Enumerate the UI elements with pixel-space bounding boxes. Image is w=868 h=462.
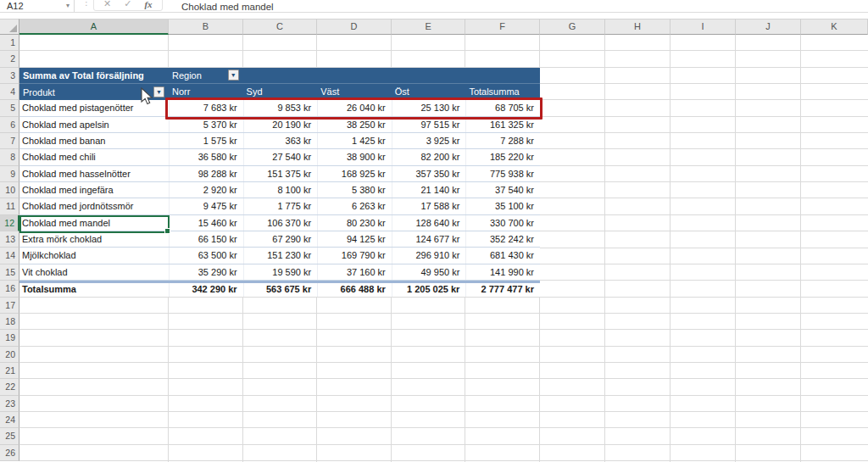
pivot-value-cell[interactable]: 15 460 kr <box>169 215 243 231</box>
pivot-value-cell[interactable]: 21 140 kr <box>392 182 466 198</box>
pivot-value-cell[interactable]: 1 575 kr <box>169 133 243 148</box>
row-header-1[interactable]: 1 <box>0 35 19 51</box>
column-header-F[interactable]: F <box>465 19 540 35</box>
formula-input[interactable]: Choklad med mandel <box>181 0 274 13</box>
pivot-value-cell[interactable]: 19 590 kr <box>243 264 318 280</box>
column-header-A[interactable]: A <box>19 19 169 35</box>
row-header-8[interactable]: 8 <box>0 149 19 165</box>
pivot-value-cell[interactable]: 49 950 kr <box>392 264 466 280</box>
pivot-value-cell[interactable]: 38 900 kr <box>317 149 392 164</box>
grand-total-value[interactable]: 666 488 kr <box>317 283 392 296</box>
pivot-product-cell[interactable]: Extra mörk choklad <box>19 231 169 247</box>
row-header-25[interactable]: 25 <box>0 428 19 444</box>
row-header-24[interactable]: 24 <box>0 412 19 428</box>
pivot-value-cell[interactable]: 37 540 kr <box>465 182 540 198</box>
pivot-product-cell[interactable]: Mjölkchoklad <box>19 248 169 263</box>
pivot-value-cell[interactable]: 67 290 kr <box>243 231 318 247</box>
pivot-product-cell[interactable]: Choklad med chili <box>19 149 169 164</box>
insert-function-icon[interactable]: fx <box>144 0 152 9</box>
region-filter-button[interactable]: ▼ <box>228 70 239 81</box>
row-header-11[interactable]: 11 <box>0 198 19 214</box>
pivot-value-cell[interactable]: 27 540 kr <box>243 149 318 164</box>
cancel-icon[interactable]: ✕ <box>103 0 111 9</box>
row-header-4[interactable]: 4 <box>0 84 19 100</box>
pivot-product-cell[interactable]: Choklad med apelsin <box>19 117 169 132</box>
row-header-5[interactable]: 5 <box>0 100 19 116</box>
pivot-value-cell[interactable]: 9 475 kr <box>169 198 243 214</box>
pivot-value-cell[interactable]: 357 350 kr <box>392 166 466 181</box>
pivot-value-cell[interactable]: 2 920 kr <box>169 182 243 198</box>
name-box[interactable]: A12 ▾ <box>0 0 75 12</box>
row-header-16[interactable]: 16 <box>0 281 19 297</box>
column-header-C[interactable]: C <box>243 19 318 35</box>
pivot-product-cell[interactable]: Choklad med hasselnötter <box>19 166 169 181</box>
sheet-grid[interactable]: Summa av Total försäljning Region ▼ Prod… <box>19 35 868 462</box>
pivot-value-cell[interactable]: 37 160 kr <box>317 264 392 280</box>
pivot-value-cell[interactable]: 106 370 kr <box>243 215 318 231</box>
row-header-19[interactable]: 19 <box>0 330 19 346</box>
row-header-22[interactable]: 22 <box>0 379 19 395</box>
pivot-product-cell[interactable]: Choklad med jordnötssmör <box>19 198 169 214</box>
pivot-value-cell[interactable]: 98 288 kr <box>169 166 243 181</box>
column-header-B[interactable]: B <box>169 19 243 35</box>
pivot-value-cell[interactable]: 296 910 kr <box>392 248 466 263</box>
row-header-10[interactable]: 10 <box>0 182 19 198</box>
pivot-value-cell[interactable]: 3 925 kr <box>392 133 466 148</box>
row-header-12[interactable]: 12 <box>0 215 19 231</box>
pivot-value-cell[interactable]: 124 677 kr <box>392 231 466 247</box>
produkt-filter-button[interactable]: ▼ <box>153 86 164 97</box>
row-header-9[interactable]: 9 <box>0 166 19 182</box>
row-header-26[interactable]: 26 <box>0 445 19 461</box>
pivot-value-cell[interactable]: 82 200 kr <box>392 149 466 164</box>
pivot-value-cell[interactable]: 185 220 kr <box>465 149 540 164</box>
pivot-value-cell[interactable]: 128 640 kr <box>392 215 466 231</box>
pivot-value-cell[interactable]: 80 230 kr <box>317 215 392 231</box>
pivot-value-cell[interactable]: 363 kr <box>243 133 318 148</box>
pivot-value-cell[interactable]: 1 425 kr <box>317 133 392 148</box>
pivot-product-cell[interactable]: Choklad med banan <box>19 133 169 148</box>
pivot-value-cell[interactable]: 151 375 kr <box>243 166 318 181</box>
enter-icon[interactable]: ✓ <box>124 0 131 9</box>
pivot-value-cell[interactable]: 17 588 kr <box>392 198 466 214</box>
pivot-value-cell[interactable]: 1 775 kr <box>243 198 318 214</box>
column-header-G[interactable]: G <box>540 19 605 35</box>
row-header-18[interactable]: 18 <box>0 314 19 330</box>
pivot-value-cell[interactable]: 168 925 kr <box>317 166 392 181</box>
select-all-corner[interactable] <box>0 19 19 35</box>
grand-total-value[interactable]: 1 205 025 kr <box>392 283 466 296</box>
pivot-product-cell[interactable]: Vit choklad <box>19 264 169 280</box>
pivot-product-cell[interactable]: Choklad med ingefära <box>19 182 169 198</box>
row-header-7[interactable]: 7 <box>0 133 19 149</box>
pivot-value-cell[interactable]: 169 790 kr <box>317 248 392 263</box>
pivot-value-cell[interactable]: 330 700 kr <box>465 215 540 231</box>
column-header-E[interactable]: E <box>392 19 466 35</box>
column-header-H[interactable]: H <box>605 19 670 35</box>
fill-handle[interactable] <box>164 228 170 234</box>
row-header-3[interactable]: 3 <box>0 68 19 84</box>
row-header-17[interactable]: 17 <box>0 298 19 314</box>
row-header-23[interactable]: 23 <box>0 396 19 412</box>
name-box-dropdown-icon[interactable]: ▾ <box>66 1 70 11</box>
pivot-value-cell[interactable]: 141 990 kr <box>465 264 540 280</box>
grand-total-value[interactable]: 2 777 477 kr <box>465 283 540 296</box>
column-header-J[interactable]: J <box>736 19 801 35</box>
row-header-14[interactable]: 14 <box>0 248 19 264</box>
row-header-13[interactable]: 13 <box>0 231 19 248</box>
pivot-value-cell[interactable]: 66 150 kr <box>169 231 243 247</box>
grand-total-label[interactable]: Totalsumma <box>19 283 169 296</box>
row-header-15[interactable]: 15 <box>0 264 19 281</box>
column-header-I[interactable]: I <box>670 19 736 35</box>
pivot-value-cell[interactable]: 63 500 kr <box>169 248 243 263</box>
grand-total-value[interactable]: 342 290 kr <box>169 283 243 296</box>
pivot-value-cell[interactable]: 8 100 kr <box>243 182 318 198</box>
column-header-D[interactable]: D <box>317 19 392 35</box>
grand-total-value[interactable]: 563 675 kr <box>243 283 318 296</box>
pivot-value-cell[interactable]: 35 100 kr <box>465 198 540 214</box>
pivot-value-cell[interactable]: 352 242 kr <box>465 231 540 247</box>
pivot-value-cell[interactable]: 775 938 kr <box>465 166 540 181</box>
row-header-2[interactable]: 2 <box>0 51 19 67</box>
pivot-value-cell[interactable]: 35 290 kr <box>169 264 243 280</box>
row-header-21[interactable]: 21 <box>0 363 19 379</box>
pivot-value-cell[interactable]: 94 125 kr <box>317 231 392 247</box>
pivot-value-cell[interactable]: 681 430 kr <box>465 248 540 263</box>
